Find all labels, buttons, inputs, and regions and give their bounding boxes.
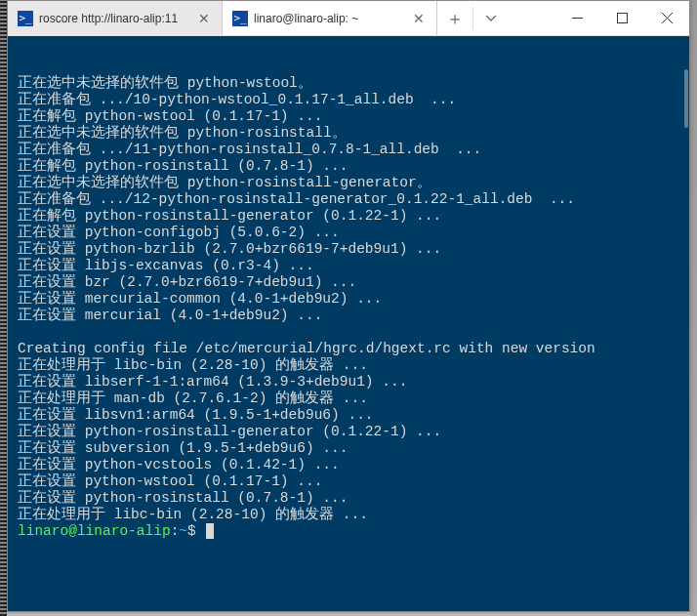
prompt-user-host: linaro@linaro-alip [18,523,171,539]
new-tab-button[interactable]: ＋ [437,1,472,35]
minimize-button[interactable] [554,1,599,35]
tab-label: roscore http://linaro-alip:11 [39,12,190,25]
tab-roscore[interactable]: >_ roscore http://linaro-alip:11 ✕ [8,1,223,35]
chevron-down-icon [486,16,496,21]
scrollbar-thumb[interactable] [684,69,688,128]
tab-strip: >_ roscore http://linaro-alip:11 ✕ >_ li… [8,1,509,35]
terminal-output[interactable]: 正在选中未选择的软件包 python-wstool。 正在准备包 .../10-… [8,36,689,611]
prompt-symbol: $ [187,523,196,539]
maximize-button[interactable] [599,1,644,35]
terminal-lines: 正在选中未选择的软件包 python-wstool。 正在准备包 .../10-… [18,75,679,523]
terminal-icon: >_ [18,11,33,26]
titlebar: >_ roscore http://linaro-alip:11 ✕ >_ li… [8,1,689,36]
minimize-icon [572,13,583,23]
svg-rect-1 [617,14,627,23]
prompt-path: ~ [179,523,187,539]
maximize-icon [617,13,628,23]
right-desktop-edge [690,0,697,616]
terminal-icon: >_ [232,11,248,26]
close-icon[interactable]: ✕ [411,10,427,27]
close-icon[interactable]: ✕ [196,10,212,27]
tab-linaro-shell[interactable]: >_ linaro@linaro-alip: ~ ✕ [223,1,437,35]
window-controls [554,1,689,35]
cursor [206,523,214,539]
left-desktop-edge [0,0,7,616]
terminal-window: >_ roscore http://linaro-alip:11 ✕ >_ li… [7,0,690,612]
close-window-button[interactable] [644,1,689,35]
close-icon [662,13,673,23]
tab-dropdown-button[interactable] [473,1,509,35]
tab-label: linaro@linaro-alip: ~ [254,12,405,25]
